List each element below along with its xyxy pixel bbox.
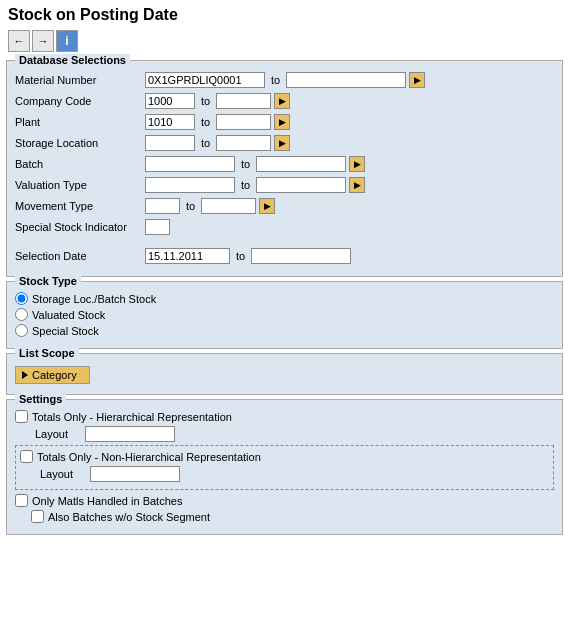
info-button[interactable]: i [56,30,78,52]
selection-date-to-input[interactable] [251,248,351,264]
plant-row: Plant to ▶ [15,113,554,131]
totals-nonhierarchical-label: Totals Only - Non-Hierarchical Represent… [37,451,261,463]
valuation-type-input[interactable] [145,177,235,193]
valuation-type-to: to [241,179,250,191]
back-icon: ← [14,35,25,47]
category-arrow-icon [22,371,28,379]
radio-storage-loc[interactable] [15,292,28,305]
batch-row: Batch to ▶ [15,155,554,173]
plant-input[interactable] [145,114,195,130]
movement-type-row: Movement Type to ▶ [15,197,554,215]
only-matls-row: Only Matls Handled in Batches [15,494,554,507]
page-title: Stock on Posting Date [0,0,569,28]
database-selections-section: Database Selections Material Number to ▶… [6,60,563,277]
totals-nonhierarchical-checkbox[interactable] [20,450,33,463]
special-stock-row: Special Stock Indicator [15,218,554,236]
material-number-to-input[interactable] [286,72,406,88]
stock-type-label: Stock Type [15,275,81,287]
also-batches-label: Also Batches w/o Stock Segment [48,511,210,523]
settings-section: Settings Totals Only - Hierarchical Repr… [6,399,563,535]
material-number-select-btn[interactable]: ▶ [409,72,425,88]
totals-hierarchical-checkbox[interactable] [15,410,28,423]
storage-location-to: to [201,137,210,149]
batch-input[interactable] [145,156,235,172]
movement-type-to: to [186,200,195,212]
totals-nonhier-box: Totals Only - Non-Hierarchical Represent… [15,445,554,490]
company-code-label: Company Code [15,95,145,107]
special-stock-label: Special Stock Indicator [15,221,145,233]
layout-hier-input[interactable] [85,426,175,442]
batch-to: to [241,158,250,170]
radio-valuated-row: Valuated Stock [15,308,554,321]
material-number-row: Material Number to ▶ [15,71,554,89]
totals-hierarchical-label: Totals Only - Hierarchical Representatio… [32,411,232,423]
material-number-to: to [271,74,280,86]
storage-location-select-btn[interactable]: ▶ [274,135,290,151]
special-stock-input[interactable] [145,219,170,235]
layout-nonhier-row: Layout [40,466,549,482]
toolbar: ← → i [0,28,569,56]
storage-location-to-input[interactable] [216,135,271,151]
valuation-type-select-btn[interactable]: ▶ [349,177,365,193]
company-code-to-input[interactable] [216,93,271,109]
storage-location-row: Storage Location to ▶ [15,134,554,152]
storage-location-input[interactable] [145,135,195,151]
settings-label: Settings [15,393,66,405]
material-number-input[interactable] [145,72,265,88]
company-code-row: Company Code to ▶ [15,92,554,110]
batch-to-input[interactable] [256,156,346,172]
movement-type-input[interactable] [145,198,180,214]
category-button[interactable]: Category [15,366,90,384]
list-scope-section: List Scope Category [6,353,563,395]
radio-valuated[interactable] [15,308,28,321]
radio-storage-row: Storage Loc./Batch Stock [15,292,554,305]
valuation-type-to-input[interactable] [256,177,346,193]
plant-to-input[interactable] [216,114,271,130]
company-code-to: to [201,95,210,107]
selection-date-to: to [236,250,245,262]
selection-date-label: Selection Date [15,250,145,262]
only-matls-checkbox[interactable] [15,494,28,507]
layout-nonhier-label: Layout [40,468,90,480]
valuation-type-row: Valuation Type to ▶ [15,176,554,194]
movement-type-select-btn[interactable]: ▶ [259,198,275,214]
category-button-label: Category [32,369,77,381]
storage-location-label: Storage Location [15,137,145,149]
plant-to: to [201,116,210,128]
radio-valuated-label: Valuated Stock [32,309,105,321]
radio-special-row: Special Stock [15,324,554,337]
forward-icon: → [38,35,49,47]
movement-type-label: Movement Type [15,200,145,212]
radio-special-label: Special Stock [32,325,99,337]
forward-button[interactable]: → [32,30,54,52]
list-scope-label: List Scope [15,347,79,359]
company-code-select-btn[interactable]: ▶ [274,93,290,109]
also-batches-checkbox[interactable] [31,510,44,523]
totals-hierarchical-row: Totals Only - Hierarchical Representatio… [15,410,554,423]
info-icon: i [65,34,68,48]
movement-type-to-input[interactable] [201,198,256,214]
database-selections-label: Database Selections [15,54,130,66]
stock-type-section: Stock Type Storage Loc./Batch Stock Valu… [6,281,563,349]
plant-label: Plant [15,116,145,128]
selection-date-input[interactable] [145,248,230,264]
batch-select-btn[interactable]: ▶ [349,156,365,172]
radio-special[interactable] [15,324,28,337]
plant-select-btn[interactable]: ▶ [274,114,290,130]
layout-hier-row: Layout [35,426,554,442]
totals-nonhierarchical-row: Totals Only - Non-Hierarchical Represent… [20,450,549,463]
material-number-label: Material Number [15,74,145,86]
layout-hier-label: Layout [35,428,85,440]
also-batches-row: Also Batches w/o Stock Segment [31,510,554,523]
layout-nonhier-input[interactable] [90,466,180,482]
valuation-type-label: Valuation Type [15,179,145,191]
selection-date-row: Selection Date to [15,247,554,265]
only-matls-label: Only Matls Handled in Batches [32,495,182,507]
back-button[interactable]: ← [8,30,30,52]
company-code-input[interactable] [145,93,195,109]
radio-storage-label: Storage Loc./Batch Stock [32,293,156,305]
batch-label: Batch [15,158,145,170]
